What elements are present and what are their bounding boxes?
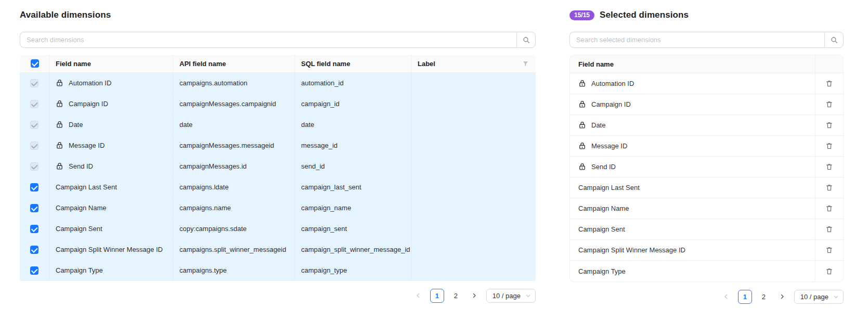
search-input[interactable] [20,32,516,48]
field-name-cell: Send ID [570,157,815,177]
row-checkbox[interactable] [30,246,38,254]
field-name: Campaign Name [56,204,107,212]
field-name-cell: Automation ID [49,73,173,93]
field-name: Campaign Split Winner Message ID [578,246,685,254]
next-page-button[interactable] [775,290,789,304]
filter-icon[interactable] [522,60,529,67]
trash-icon [825,80,833,87]
label-cell [411,114,536,135]
page-size-select[interactable]: 10 / page [486,289,536,303]
lock-icon [56,100,63,108]
delete-row-button[interactable] [823,161,835,173]
field-name: Campaign Name [578,204,629,212]
delete-row-button[interactable] [823,223,835,235]
search-button[interactable] [824,32,844,48]
column-header-api-field-name: API field name [173,55,295,72]
label-cell [411,239,536,260]
prev-page-button[interactable] [411,289,425,303]
delete-row-button[interactable] [823,119,835,131]
field-name-cell: Campaign Type [49,260,173,280]
row-checkbox[interactable] [30,183,38,191]
row-checkbox-cell [20,198,49,218]
api-field-cell: campaigns.automation [173,73,295,93]
label-cell [411,198,536,218]
row-checkbox-cell [20,156,49,176]
field-name-cell: Campaign Name [49,198,173,218]
table-row: Date [570,115,843,136]
delete-row-button[interactable] [823,140,835,152]
search-selected-input[interactable] [569,32,824,48]
next-page-button[interactable] [468,289,482,303]
chevron-down-icon [525,293,531,299]
row-checkbox[interactable] [30,204,38,212]
search-button[interactable] [516,32,536,48]
row-checkbox[interactable] [30,266,38,275]
field-name-cell: Date [49,114,173,135]
chevron-left-icon [723,293,729,300]
table-row: Automation IDcampaigns.automationautomat… [20,73,536,94]
field-name: Automation ID [591,80,634,87]
row-checkbox[interactable] [30,225,38,233]
delete-row-button[interactable] [823,202,835,214]
select-all-checkbox[interactable] [31,59,39,68]
prev-page-button[interactable] [719,290,733,304]
chevron-down-icon [833,294,839,300]
row-actions-cell [815,136,843,156]
page-button-1[interactable]: 1 [430,289,444,303]
table-row: Campaign Split Winner Message ID [570,240,843,261]
selected-table-body: Automation IDCampaign IDDateMessage IDSe… [570,73,843,281]
trash-icon [825,184,833,191]
table-row: Campaign Typecampaigns.typecampaign_type [20,260,536,281]
page-title: Selected dimensions [600,10,689,20]
table-row: Campaign Last Sent [570,177,843,198]
row-actions-cell [815,198,843,219]
delete-row-button[interactable] [823,98,835,110]
selected-pagination: 1 2 10 / page [569,289,844,304]
row-actions-cell [815,261,843,281]
row-checkbox[interactable] [30,121,38,129]
field-name: Campaign Type [56,266,103,274]
column-header-field-name: Field name [49,55,173,72]
field-name-cell: Campaign Name [570,198,815,219]
field-name-cell: Campaign ID [570,94,815,114]
row-checkbox[interactable] [30,162,38,171]
field-name: Campaign ID [69,100,108,108]
chevron-right-icon [779,293,785,300]
row-checkbox[interactable] [30,79,38,87]
row-checkbox[interactable] [30,142,38,150]
delete-row-button[interactable] [823,265,835,277]
page-size-select[interactable]: 10 / page [794,290,844,304]
row-checkbox[interactable] [30,100,38,108]
field-name: Date [591,121,605,129]
field-name-cell: Message ID [49,135,173,156]
page-button-2[interactable]: 2 [757,290,771,304]
field-name-cell: Campaign Last Sent [570,177,815,198]
field-name: Date [69,121,83,129]
row-actions-cell [815,177,843,198]
page-button-2[interactable]: 2 [449,289,463,303]
api-field-cell: date [173,114,295,135]
api-field-cell: campaigns.split_winner_messageid [173,239,295,260]
delete-row-button[interactable] [823,182,835,194]
field-name: Campaign Sent [56,225,102,233]
trash-icon [825,142,833,150]
delete-row-button[interactable] [823,244,835,256]
row-checkbox-cell [20,114,49,135]
table-row: Campaign Split Winner Message IDcampaign… [20,239,536,260]
api-field-cell: copy:campaigns.sdate [173,219,295,239]
row-checkbox-cell [20,94,49,114]
sql-field-cell: automation_id [295,73,411,93]
table-row: Campaign Sentcopy:campaigns.sdatecampaig… [20,219,536,239]
available-pagination: 1 2 10 / page [20,288,536,303]
column-header-label: Label [411,55,536,72]
page-button-1[interactable]: 1 [738,290,752,304]
field-name: Campaign Type [578,267,626,275]
delete-row-button[interactable] [823,78,835,89]
row-checkbox-cell [20,219,49,239]
sql-field-cell: campaign_sent [295,219,411,239]
column-header-actions [815,55,843,73]
column-header-field-name: Field name [570,55,815,73]
sql-field-cell: campaign_split_winner_message_id [295,239,411,260]
row-actions-cell [815,240,843,260]
table-row: Campaign Name [570,198,843,219]
